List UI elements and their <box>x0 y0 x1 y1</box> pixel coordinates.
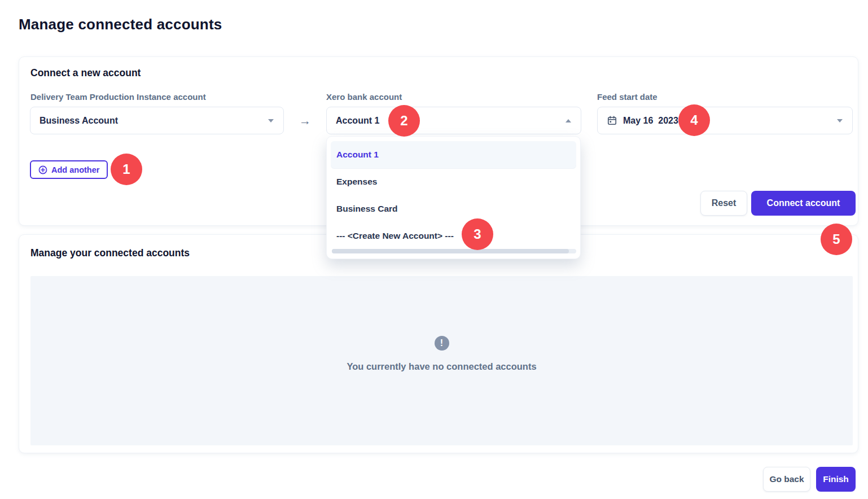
chevron-down-icon <box>837 119 843 122</box>
feed-start-date-select[interactable]: May 16 2023 <box>597 107 853 134</box>
add-another-button[interactable]: Add another <box>30 160 108 179</box>
chevron-up-icon <box>565 119 571 122</box>
add-another-label: Add another <box>51 165 99 174</box>
dropdown-horizontal-scrollbar[interactable] <box>332 249 576 253</box>
plus-circle-icon <box>38 165 47 174</box>
connect-account-button[interactable]: Connect account <box>751 191 856 216</box>
xero-bank-account-value: Account 1 <box>336 116 379 126</box>
source-account-select[interactable]: Business Account <box>30 107 284 134</box>
finish-button[interactable]: Finish <box>816 467 856 492</box>
connect-card-title: Connect a new account <box>30 67 141 79</box>
annotation-badge-4: 4 <box>678 104 710 136</box>
empty-state-message: You currently have no connected accounts <box>30 361 853 372</box>
xero-bank-account-label: Xero bank account <box>326 92 402 102</box>
go-back-button[interactable]: Go back <box>763 467 810 492</box>
exclamation-icon: ! <box>435 336 449 351</box>
reset-button[interactable]: Reset <box>700 191 747 216</box>
dropdown-option-create-new-account[interactable]: --- <Create New Account> --- <box>331 222 576 250</box>
xero-account-dropdown-list: Account 1 Expenses Business Card --- <Cr… <box>326 136 581 259</box>
source-account-value: Business Account <box>40 116 118 126</box>
dropdown-scrollbar-thumb[interactable] <box>332 249 569 253</box>
xero-bank-account-select[interactable]: Account 1 <box>326 107 581 134</box>
feed-start-date-value: May 16 2023 <box>623 116 678 126</box>
dropdown-option-business-card[interactable]: Business Card <box>331 195 576 222</box>
page: Manage connected accounts Connect a new … <box>0 0 868 499</box>
chevron-down-icon <box>268 119 274 122</box>
annotation-badge-1: 1 <box>111 154 142 185</box>
dropdown-option-account-1[interactable]: Account 1 <box>331 141 576 168</box>
dropdown-option-expenses[interactable]: Expenses <box>331 168 576 195</box>
manage-card-title: Manage your connected accounts <box>30 247 190 259</box>
arrow-right-icon: → <box>284 107 326 134</box>
annotation-badge-2: 2 <box>388 105 420 137</box>
page-title: Manage connected accounts <box>19 16 222 33</box>
annotation-badge-5: 5 <box>821 224 852 255</box>
connected-accounts-empty-panel: ! You currently have no connected accoun… <box>30 276 853 445</box>
feed-start-date-label: Feed start date <box>597 92 657 102</box>
manage-accounts-card: Manage your connected accounts ! You cur… <box>19 234 858 453</box>
calendar-icon <box>607 115 617 126</box>
annotation-badge-3: 3 <box>462 218 493 250</box>
source-account-label: Delivery Team Production Instance accoun… <box>30 92 206 102</box>
